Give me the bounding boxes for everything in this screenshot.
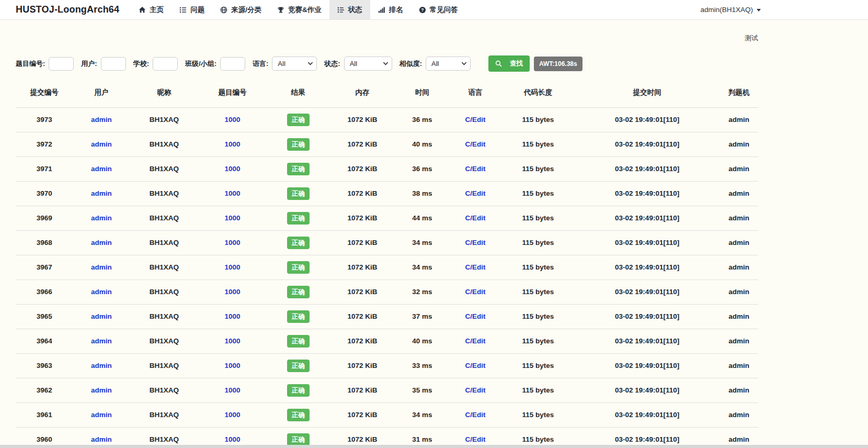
cell-nick: BH1XAQ — [130, 280, 199, 305]
language-link[interactable]: C/Edit — [465, 288, 485, 296]
language-link[interactable]: C/Edit — [465, 312, 485, 320]
nav-item-contest[interactable]: 竞赛&作业 — [269, 0, 329, 19]
problem-link[interactable]: 1000 — [225, 214, 241, 222]
search-button[interactable]: 查找 — [488, 55, 530, 72]
problem-link[interactable]: 1000 — [225, 337, 241, 345]
cell-problem: 1000 — [198, 157, 267, 182]
cell-result: 正确 — [267, 206, 330, 231]
cell-language: C/Edit — [449, 157, 501, 182]
language-link[interactable]: C/Edit — [465, 239, 485, 247]
result-badge[interactable]: 正确 — [287, 433, 310, 446]
nav-item-faq[interactable]: ?常见问答 — [411, 0, 466, 19]
language-link[interactable]: C/Edit — [465, 362, 485, 369]
problem-link[interactable]: 1000 — [225, 362, 241, 369]
cell-language: C/Edit — [449, 305, 501, 329]
result-badge[interactable]: 正确 — [287, 335, 310, 348]
result-badge[interactable]: 正确 — [287, 360, 310, 372]
problem-id-label: 题目编号: — [16, 59, 45, 69]
school-input[interactable] — [153, 57, 178, 71]
bar-chart-icon — [378, 6, 385, 14]
language-link[interactable]: C/Edit — [465, 337, 485, 345]
nav-item-label: 来源/分类 — [231, 5, 261, 15]
problem-link[interactable]: 1000 — [225, 165, 241, 173]
user-link[interactable]: admin — [91, 386, 112, 394]
user-link[interactable]: admin — [91, 411, 112, 419]
table-row: 3970adminBH1XAQ1000正确1072 KiB38 msC/Edit… — [16, 182, 758, 206]
language-link[interactable]: C/Edit — [465, 435, 485, 443]
cell-judger: admin — [719, 132, 758, 157]
status-table: 提交编号用户昵称题目编号结果内存时间语言代码长度提交时间判题机3973admin… — [16, 78, 758, 448]
problem-link[interactable]: 1000 — [225, 116, 241, 124]
problem-link[interactable]: 1000 — [225, 288, 241, 296]
cell-language: C/Edit — [449, 280, 501, 305]
problem-link[interactable]: 1000 — [225, 411, 241, 419]
class-input[interactable] — [220, 57, 245, 71]
language-select[interactable]: All — [272, 57, 317, 71]
user-link[interactable]: admin — [91, 214, 112, 222]
language-link[interactable]: C/Edit — [465, 214, 485, 222]
user-link[interactable]: admin — [91, 435, 112, 443]
user-link[interactable]: admin — [91, 140, 112, 148]
problem-link[interactable]: 1000 — [225, 386, 241, 394]
user-input[interactable] — [101, 57, 126, 71]
nav-item-label: 常见问答 — [430, 5, 458, 15]
cell-problem: 1000 — [198, 108, 267, 132]
user-link[interactable]: admin — [91, 263, 112, 271]
cell-result: 正确 — [267, 255, 330, 280]
problem-link[interactable]: 1000 — [225, 312, 241, 320]
user-link[interactable]: admin — [91, 165, 112, 173]
col-header-time: 时间 — [395, 78, 450, 108]
problem-id-input[interactable] — [49, 57, 74, 71]
language-link[interactable]: C/Edit — [465, 189, 485, 197]
problem-link[interactable]: 1000 — [225, 140, 241, 148]
nav-item-problems[interactable]: 问题 — [172, 0, 212, 19]
result-badge[interactable]: 正确 — [287, 187, 310, 200]
result-badge[interactable]: 正确 — [287, 286, 310, 298]
status-select[interactable]: All — [344, 57, 392, 71]
problem-link[interactable]: 1000 — [225, 435, 241, 443]
cell-result: 正确 — [267, 329, 330, 354]
navbar: HUSTOJ-LoongArch64 主页问题来源/分类竞赛&作业状态排名?常见… — [0, 0, 868, 20]
language-link[interactable]: C/Edit — [465, 411, 485, 419]
language-link[interactable]: C/Edit — [465, 165, 485, 173]
cell-id: 3964 — [16, 329, 73, 354]
cell-result: 正确 — [267, 182, 330, 206]
result-badge[interactable]: 正确 — [287, 409, 310, 421]
language-link[interactable]: C/Edit — [465, 386, 485, 394]
user-link[interactable]: admin — [91, 239, 112, 247]
similarity-select[interactable]: All — [426, 57, 471, 71]
problem-link[interactable]: 1000 — [225, 239, 241, 247]
user-link[interactable]: admin — [91, 312, 112, 320]
result-badge[interactable]: 正确 — [287, 138, 310, 151]
problem-link[interactable]: 1000 — [225, 189, 241, 197]
user-link[interactable]: admin — [91, 337, 112, 345]
problem-link[interactable]: 1000 — [225, 263, 241, 271]
cell-submitted: 03-02 19:49:01[110] — [575, 378, 719, 403]
result-badge[interactable]: 正确 — [287, 261, 310, 274]
result-badge[interactable]: 正确 — [287, 163, 310, 175]
language-link[interactable]: C/Edit — [465, 116, 485, 124]
col-header-user: 用户 — [73, 78, 130, 108]
user-menu-button[interactable]: admin(BH1XAQ) — [700, 6, 761, 14]
cell-judger: admin — [719, 157, 758, 182]
caret-down-icon — [757, 9, 761, 12]
language-link[interactable]: C/Edit — [465, 140, 485, 148]
nav-item-status[interactable]: 状态 — [329, 0, 370, 19]
result-badge[interactable]: 正确 — [287, 114, 310, 126]
user-link[interactable]: admin — [91, 116, 112, 124]
cell-memory: 1072 KiB — [330, 280, 395, 305]
nav-item-home[interactable]: 主页 — [131, 0, 172, 19]
user-link[interactable]: admin — [91, 288, 112, 296]
result-badge[interactable]: 正确 — [287, 384, 310, 397]
result-badge[interactable]: 正确 — [287, 237, 310, 249]
result-badge[interactable]: 正确 — [287, 212, 310, 225]
nav-item-label: 问题 — [190, 5, 204, 15]
user-link[interactable]: admin — [91, 189, 112, 197]
nav-item-ranklist[interactable]: 排名 — [370, 0, 411, 19]
result-badge[interactable]: 正确 — [287, 310, 310, 323]
language-link[interactable]: C/Edit — [465, 263, 485, 271]
cell-id: 3963 — [16, 354, 73, 378]
user-link[interactable]: admin — [91, 362, 112, 369]
nav-item-source[interactable]: 来源/分类 — [212, 0, 269, 19]
brand[interactable]: HUSTOJ-LoongArch64 — [16, 4, 119, 15]
